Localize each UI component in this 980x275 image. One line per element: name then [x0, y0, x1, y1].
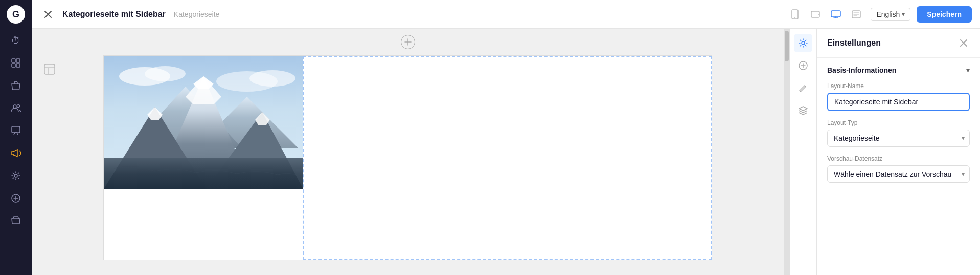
chevron-down-icon: ▾ [902, 11, 905, 18]
settings-gear-icon[interactable] [6, 166, 26, 185]
add-section-button[interactable] [401, 35, 415, 49]
settings-section-title: Basis-Informationen [827, 66, 896, 74]
list-view-icon[interactable] [848, 6, 864, 23]
page-title: Kategorieseite mit Sidebar [62, 10, 166, 19]
mountain-image [104, 56, 303, 189]
bag-icon[interactable] [6, 76, 26, 95]
chevron-up-icon: ▾ [966, 66, 970, 74]
canvas-image-section [104, 56, 303, 260]
svg-point-18 [145, 66, 186, 81]
grid-icon[interactable] [6, 53, 26, 73]
svg-rect-6 [12, 126, 20, 133]
svg-point-7 [14, 174, 17, 177]
svg-rect-3 [16, 64, 20, 67]
canvas-add-top [32, 29, 784, 55]
settings-header: Einstellungen [817, 29, 980, 58]
left-sidebar: G ⏱ [0, 0, 32, 275]
edit-panel-icon[interactable] [794, 79, 812, 97]
add-circle-sidebar-icon[interactable] [6, 188, 26, 208]
add-panel-icon[interactable] [794, 56, 812, 75]
clock-icon[interactable]: ⏱ [6, 31, 26, 50]
settings-panel: Einstellungen Basis-Informationen ▾ Layo… [816, 29, 980, 275]
desktop-icon[interactable] [828, 6, 844, 23]
page-subtitle: Kategorieseite [174, 10, 220, 18]
language-selector[interactable]: English ▾ [871, 8, 910, 21]
chat-icon[interactable] [6, 121, 26, 140]
svg-rect-2 [12, 64, 15, 67]
topbar: Kategorieseite mit Sidebar Kategorieseit… [32, 0, 980, 29]
layers-panel-icon[interactable] [794, 101, 812, 120]
layout-handle-icon[interactable] [44, 64, 55, 77]
svg-rect-0 [12, 59, 15, 62]
preview-dataset-wrapper: Wähle einen Datensatz zur Vorschau ... ▾ [827, 165, 970, 183]
settings-title: Einstellungen [827, 38, 881, 48]
save-button[interactable]: Speichern [917, 6, 972, 23]
svg-rect-13 [831, 11, 840, 17]
layout-name-label: Layout-Name [827, 82, 970, 90]
megaphone-icon[interactable] [6, 143, 26, 163]
settings-panel-icon[interactable] [794, 34, 812, 52]
layout-type-select[interactable]: Kategorieseite [827, 130, 970, 147]
tablet-icon[interactable] [807, 6, 824, 23]
mobile-icon[interactable] [787, 6, 803, 23]
canvas-scroll[interactable] [32, 29, 784, 275]
svg-point-20 [249, 70, 295, 87]
canvas-content [103, 55, 712, 260]
language-label: English [876, 10, 900, 18]
svg-point-12 [818, 14, 819, 15]
users-icon[interactable] [6, 98, 26, 118]
close-button[interactable] [40, 6, 56, 23]
shop-icon[interactable] [6, 211, 26, 230]
main-area: Kategorieseite mit Sidebar Kategorieseit… [32, 0, 980, 275]
preview-label: Vorschau-Datensatz [827, 155, 970, 162]
settings-close-button[interactable] [958, 37, 970, 49]
panel-icons [790, 29, 816, 275]
svg-point-31 [802, 41, 805, 45]
canvas-placeholder-section[interactable] [303, 56, 712, 260]
layout-name-input[interactable] [827, 93, 970, 111]
scrollbar-track[interactable] [784, 29, 790, 275]
settings-basis-section: Basis-Informationen ▾ Layout-Name Layout… [817, 58, 980, 199]
settings-section-header[interactable]: Basis-Informationen ▾ [827, 66, 970, 74]
canvas-container: Einstellungen Basis-Informationen ▾ Layo… [32, 29, 980, 275]
svg-point-4 [13, 105, 16, 108]
svg-rect-1 [16, 59, 20, 62]
app-logo[interactable]: G [7, 5, 25, 24]
svg-point-10 [794, 17, 795, 18]
scrollbar-thumb[interactable] [785, 31, 789, 61]
layout-type-wrapper: Kategorieseite ▾ [827, 130, 970, 147]
preview-dataset-select[interactable]: Wähle einen Datensatz zur Vorschau ... [827, 165, 970, 183]
svg-point-5 [17, 105, 20, 108]
svg-rect-15 [44, 64, 55, 74]
device-icons [787, 6, 864, 23]
layout-type-label: Layout-Typ [827, 119, 970, 126]
